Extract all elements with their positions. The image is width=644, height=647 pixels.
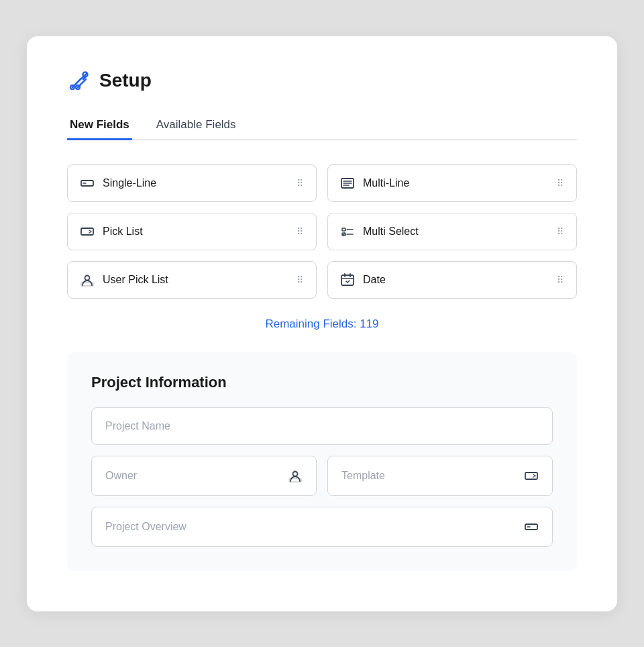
drag-handle: ⠿: [557, 226, 564, 237]
field-single-line[interactable]: Single-Line ⠿: [67, 164, 317, 202]
section-title: Project Information: [91, 374, 553, 391]
project-overview-field[interactable]: Project Overview: [91, 507, 553, 547]
page-title: Setup: [99, 70, 152, 91]
drag-handle: ⠿: [557, 275, 564, 285]
form-row-owner-template: Owner Template: [91, 456, 553, 496]
fields-grid: Single-Line ⠿ Multi-Line ⠿: [67, 164, 577, 299]
owner-user-icon: [288, 468, 303, 483]
field-pick-list[interactable]: Pick List ⠿: [67, 213, 317, 250]
field-multi-line[interactable]: Multi-Line ⠿: [327, 164, 577, 202]
project-name-label: Project Name: [105, 420, 170, 432]
project-overview-label: Project Overview: [105, 521, 186, 533]
owner-label: Owner: [105, 470, 137, 482]
tab-available-fields[interactable]: Available Fields: [154, 111, 239, 140]
drag-handle: ⠿: [557, 178, 564, 189]
multi-line-icon: [340, 176, 355, 191]
template-picklist-icon: [524, 468, 539, 483]
form-fields: Project Name Owner Template: [91, 407, 553, 547]
form-row-overview: Project Overview: [91, 507, 553, 547]
setup-icon: [67, 68, 91, 93]
multi-select-icon: [340, 224, 355, 239]
field-date[interactable]: Date ⠿: [327, 261, 577, 299]
date-icon: [340, 272, 355, 287]
remaining-fields: Remaining Fields: 119: [67, 317, 577, 331]
form-row-project-name: Project Name: [91, 407, 553, 445]
single-line-icon: [80, 176, 95, 191]
svg-rect-14: [342, 228, 345, 231]
pick-list-icon: [80, 224, 95, 239]
tabs-bar: New Fields Available Fields: [67, 111, 577, 140]
owner-field[interactable]: Owner: [91, 456, 317, 496]
template-field[interactable]: Template: [327, 456, 553, 496]
project-name-field[interactable]: Project Name: [91, 407, 553, 445]
drag-handle: ⠿: [297, 275, 304, 285]
drag-handle: ⠿: [297, 226, 304, 237]
project-section: Project Information Project Name Owner: [67, 352, 577, 571]
drag-handle: ⠿: [297, 178, 304, 189]
tab-new-fields[interactable]: New Fields: [67, 111, 132, 140]
field-multi-select[interactable]: Multi Select ⠿: [327, 213, 577, 250]
user-pick-list-icon: [80, 272, 95, 287]
svg-point-18: [85, 275, 90, 280]
svg-rect-20: [341, 275, 354, 285]
page-header: Setup: [67, 68, 577, 93]
template-label: Template: [341, 470, 385, 482]
main-card: Setup New Fields Available Fields Single…: [27, 36, 617, 611]
svg-point-24: [293, 471, 298, 476]
field-user-pick-list[interactable]: User Pick List ⠿: [67, 261, 317, 299]
overview-single-line-icon: [524, 519, 539, 534]
